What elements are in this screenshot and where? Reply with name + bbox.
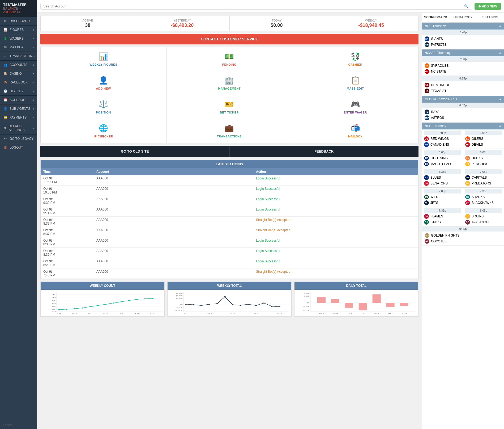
svg-point-45 [193,304,195,305]
search-input[interactable] [43,4,464,8]
arrow-icon: › [33,127,34,130]
sidebar-icon-9: 📅 [3,98,7,102]
sidebar-item-accounts[interactable]: 👥 ACCOUNTS › [0,61,37,69]
sidebar-header: TESTMASTER BALANCE → -$83,932.44 [0,0,37,17]
game-row: VG GOLDEN KNIGHTS AR COYOTES [422,232,504,246]
svg-text:$0: $0 [307,302,310,304]
charts-row: WEEKLY COUNT [40,281,418,317]
sidebar-item-history[interactable]: 🕐 HISTORY › [0,87,37,96]
login-action: Login Successful [256,249,416,256]
svg-point-16 [66,309,68,310]
login-account: AAA000 [96,218,256,225]
svg-text:9/16: 9/16 [134,313,140,314]
sidebar-item-go-to-legacy[interactable]: ↩ GO TO LEGACY [0,134,37,143]
sidebar-label-13: GO TO LEGACY [10,137,33,141]
sidebar-label-0: DASHBOARD [10,19,30,23]
svg-text:46: 46 [52,302,55,304]
sidebar-item-logout[interactable]: 🚪 LOGOUT [0,143,37,152]
quick-label-9: IP CHECKER [94,135,113,138]
game-time: 6:35p [424,169,461,174]
login-action: Login Successful [256,208,416,215]
sidebar-item-dashboard[interactable]: ⊞ DASHBOARD [0,17,37,26]
sidebar-item-payments[interactable]: 💳 PAYMENTS › [0,113,37,122]
tab-settings[interactable]: SETTINGS [477,13,504,22]
arrow-icon: › [33,107,34,110]
sport-header[interactable]: NFL- Thursday ∧ [422,23,504,30]
sidebar-item-figures[interactable]: 📈 FIGURES › [0,26,37,34]
sidebar-item-sub-agents[interactable]: 👤 SUB-AGENTS › [0,104,37,113]
quick-action-ip-checker[interactable]: 🌐 IP CHECKER [41,119,166,143]
team-row: NS PREDATORS [465,180,502,186]
sidebar-item-transactions[interactable]: ↔ TRANSACTIONS › [0,52,37,61]
sidebar-item-default-settings[interactable]: ⚙ DEFAULT SETTINGS › [0,122,37,134]
team-row: WP JETS [424,200,461,206]
team-row: TB RAYS [425,109,501,115]
sidebar-nav: ⊞ DASHBOARD 📈 FIGURES › 💲 WAGERS › ✉ MAI… [0,17,37,152]
svg-text:-$100k: -$100k [175,310,182,311]
sidebar-item-mailbox[interactable]: ✉ MAILBOX › [0,43,37,52]
team-name: STARS [430,220,441,224]
team-row: DE RED WINGS [424,136,461,142]
tab-scoreboard[interactable]: SCOREBOARD [422,13,449,22]
game-time-header: 9:05p [422,226,504,232]
logins-table-body: Oct 9th11:55 PM AAA000 Login SuccessfulO… [41,175,418,279]
sidebar-label-11: PAYMENTS [10,116,27,119]
quick-action-mailbox[interactable]: 📬 MAILBOX [292,119,418,143]
svg-text:7/29: 7/29 [207,313,212,314]
quick-action-weekly-figures[interactable]: 📊 WEEKLY FIGURES [41,47,166,71]
sport-header[interactable]: MLB- AL Playoffs- Thur ∧ [422,96,504,103]
team-row: AR COYOTES [425,238,501,244]
svg-text:8/19: 8/19 [103,313,109,314]
team-row: CO AVALANCHE [465,219,502,225]
quick-action-bet-ticker[interactable]: 🎫 BET TICKER [166,95,292,119]
svg-point-18 [81,308,83,309]
svg-text:8/5: 8/5 [88,313,92,314]
team-logo: SJ [465,195,470,199]
weekly-count-chart-area: 52 50 48 46 44 42 40 [41,290,164,316]
sidebar-username: TESTMASTER [3,3,34,7]
sidebar-item-racebook[interactable]: 🏇 RACEBOOK › [0,78,37,87]
sport-header[interactable]: NCAAF- Thursday ∧ [422,49,504,56]
feedback-button[interactable]: FEEDBACK [230,146,419,157]
quick-icon-9: 🌐 [99,124,108,133]
table-row: Oct 9th8:36 PM AAA000 Login Successful [41,248,418,258]
collapse-icon: ∧ [499,51,501,55]
team-row: NY GIANTS [425,36,501,42]
sidebar-item-wagers[interactable]: 💲 WAGERS › [0,34,37,43]
sidebar-label-4: TRANSACTIONS [10,54,35,58]
stat-active: ACTIVE 38 [41,16,135,31]
tab-hierarchy[interactable]: HIERARCHY [449,13,477,22]
login-time: Oct 9th8:36 PM [43,239,96,246]
sport-section-ncaaf--thursday: NCAAF- Thursday ∧ 7:00p SY SYRACUSE NC N… [422,49,504,95]
quick-action-enter-wager[interactable]: 🎮 ENTER WAGER [292,95,418,119]
quick-action-mass-edit[interactable]: 📋 MASS EDIT [292,71,418,95]
login-time: Oct 9th9:14 PM [43,208,96,215]
game-card: 6:05p TB LIGHTNING TO MAPLE LEAFS [422,149,463,168]
sidebar-item-casino[interactable]: 🎰 CASINO › [0,69,37,78]
login-time: Oct 9th8:36 PM [43,249,96,256]
cs-banner[interactable]: CONTACT CUSTOMER SERVICE [40,34,418,44]
quick-action-transactions[interactable]: 💼 TRANSACTIONS [166,119,292,143]
sidebar-icon-10: 👤 [3,107,7,111]
team-row: DA STARS [424,219,461,225]
go-to-old-site-button[interactable]: GO TO OLD SITE [40,146,230,157]
search-box[interactable]: 🔍 [40,3,471,10]
game-row: NY GIANTS NE PATRIOTS [422,35,504,49]
login-time: Oct 9th8:29 PM [43,259,96,267]
add-new-button[interactable]: ⊕ ADD NEW [475,3,501,10]
quick-action-management[interactable]: 🏢 MANAGEMENT [166,71,292,95]
arrow-icon: › [33,81,34,84]
sidebar-icon-0: ⊞ [3,19,7,23]
quick-icon-1: 💵 [225,52,234,61]
quick-icon-3: 👤 [99,76,108,85]
svg-text:$100k: $100k [176,297,183,299]
team-name: TEXAS ST [431,89,446,93]
quick-action-cashier[interactable]: 💱 CASHIER [292,47,418,71]
quick-action-add-new[interactable]: 👤 ADD NEW [41,71,166,95]
quick-action-pending[interactable]: 💵 PENDING [166,47,292,71]
sport-header[interactable]: NHL- Thursday ∧ [422,123,504,129]
team-name: GIANTS [431,37,443,41]
sidebar-item-schedule[interactable]: 📅 SCHEDULE › [0,96,37,104]
quick-action-position[interactable]: ⚖️ POSITION [41,95,166,119]
team-name: SHARKS [472,195,485,199]
